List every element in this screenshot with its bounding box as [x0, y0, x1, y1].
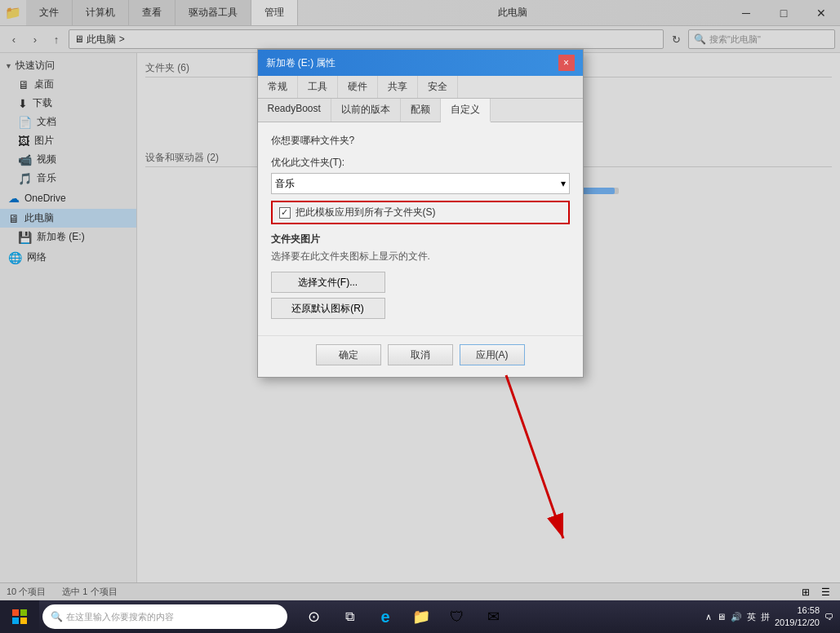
folder-picture-desc: 选择要在此文件夹图标上显示的文件. — [271, 250, 570, 263]
tray-volume-icon[interactable]: 🔊 — [731, 612, 742, 622]
modal-title-bar: 新加卷 (E:) 属性 × — [258, 50, 583, 76]
modal-tab-security[interactable]: 安全 — [418, 76, 458, 98]
taskbar: 🔍 在这里输入你要搜索的内容 ⊙ ⧉ e 📁 🛡 ✉ ∧ 🖥 🔊 英 拼 16:… — [0, 600, 840, 633]
notification-icon[interactable]: 🗨 — [824, 612, 833, 622]
modal-tab-tools[interactable]: 工具 — [298, 76, 338, 98]
properties-modal: 新加卷 (E:) 属性 × 常规 工具 硬件 共享 安全 ReadyBoost — [257, 49, 584, 378]
taskbar-cortana-icon[interactable]: ⊙ — [297, 600, 330, 633]
modal-close-button[interactable]: × — [558, 55, 575, 71]
svg-rect-4 — [12, 618, 19, 624]
modal-tab-previous[interactable]: 以前的版本 — [331, 99, 401, 122]
taskbar-mail-icon[interactable]: ✉ — [477, 600, 509, 633]
optimize-select[interactable]: 音乐 ▾ — [271, 173, 570, 194]
restore-icon-button[interactable]: 还原默认图标(R) — [271, 298, 385, 319]
taskbar-tray: ∧ 🖥 🔊 英 拼 16:58 2019/12/20 🗨 — [705, 604, 840, 630]
taskbar-app-icons: ⊙ ⧉ e 📁 🛡 ✉ — [297, 600, 509, 633]
taskbar-edge-icon[interactable]: e — [369, 600, 402, 633]
taskbar-explorer-icon[interactable]: 📁 — [405, 600, 438, 633]
choose-file-button[interactable]: 选择文件(F)... — [271, 272, 385, 293]
modal-footer: 确定 取消 应用(A) — [258, 335, 583, 377]
tray-network-icon[interactable]: 🖥 — [717, 612, 726, 622]
taskbar-taskview-icon[interactable]: ⧉ — [333, 600, 366, 633]
modal-tabs: 常规 工具 硬件 共享 安全 — [258, 76, 583, 99]
modal-body: 你想要哪种文件夹? 优化此文件夹(T): 音乐 ▾ ✓ 把此模板应用到所有子文件… — [258, 122, 583, 335]
modal-tab-hardware[interactable]: 硬件 — [338, 76, 378, 98]
apply-to-subfolders-checkbox[interactable]: ✓ — [279, 207, 291, 219]
folder-picture-title: 文件夹图片 — [271, 232, 570, 246]
language-indicator[interactable]: 英 — [747, 611, 756, 623]
input-method-indicator[interactable]: 拼 — [761, 611, 770, 623]
modal-tab-general[interactable]: 常规 — [258, 76, 298, 98]
taskbar-search-icon: 🔍 — [51, 611, 63, 622]
svg-rect-3 — [20, 609, 27, 616]
taskbar-search[interactable]: 🔍 在这里输入你要搜索的内容 — [42, 604, 287, 629]
modal-overlay: 新加卷 (E:) 属性 × 常规 工具 硬件 共享 安全 ReadyBoost — [0, 0, 840, 600]
ok-button[interactable]: 确定 — [316, 344, 381, 365]
cancel-button[interactable]: 取消 — [388, 344, 453, 365]
modal-tab-custom[interactable]: 自定义 — [441, 99, 491, 122]
modal-tab-sharing[interactable]: 共享 — [378, 76, 418, 98]
svg-rect-5 — [20, 618, 27, 624]
taskbar-shield-icon[interactable]: 🛡 — [441, 600, 473, 633]
apply-to-subfolders-label: 把此模板应用到所有子文件夹(S) — [296, 206, 436, 219]
optimize-label: 优化此文件夹(T): — [271, 156, 570, 170]
svg-rect-2 — [12, 609, 19, 616]
modal-tabs-row2: ReadyBoost 以前的版本 配额 自定义 — [258, 99, 583, 122]
start-button[interactable] — [0, 600, 39, 633]
apply-to-subfolders-row: ✓ 把此模板应用到所有子文件夹(S) — [271, 201, 570, 224]
apply-button[interactable]: 应用(A) — [460, 344, 525, 365]
modal-tab-quota[interactable]: 配额 — [401, 99, 441, 122]
modal-title: 新加卷 (E:) 属性 — [266, 56, 336, 70]
dropdown-arrow-icon: ▾ — [561, 178, 566, 189]
modal-tab-readyboost[interactable]: ReadyBoost — [258, 99, 331, 122]
taskbar-clock[interactable]: 16:58 2019/12/20 — [775, 604, 820, 630]
tray-up-arrow-icon[interactable]: ∧ — [705, 612, 712, 622]
folder-type-question: 你想要哪种文件夹? — [271, 134, 570, 148]
